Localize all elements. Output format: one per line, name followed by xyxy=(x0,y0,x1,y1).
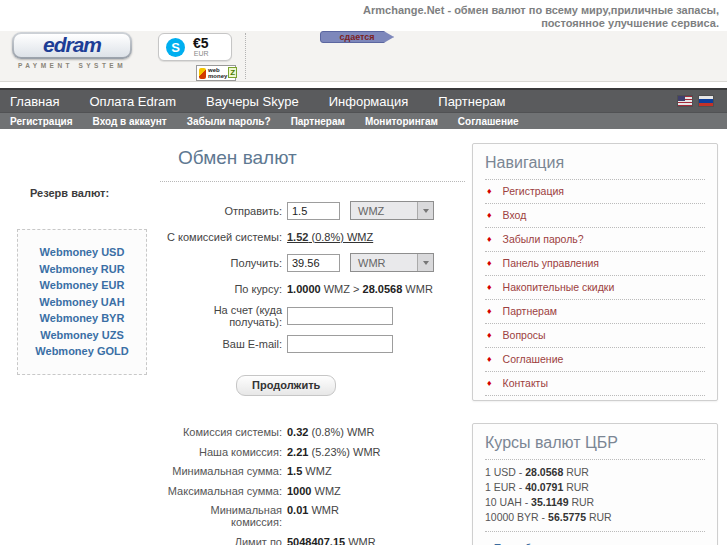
email-input[interactable] xyxy=(287,335,393,353)
skype-voucher-badge[interactable]: S €5 EUR xyxy=(158,33,232,61)
webmoney-badge[interactable]: web money Z xyxy=(196,65,236,81)
tagline-line1: Armchange.Net - обмен валют по всему мир… xyxy=(0,4,719,17)
reserve-link-eur[interactable]: Webmoney EUR xyxy=(20,277,144,294)
header-band: edram PAYMENT SYSTEM S €5 EUR web money … xyxy=(0,31,727,82)
rate-uah: 10 UAH - 35.1149 RUR xyxy=(485,495,705,510)
reserve-link-rur[interactable]: Webmoney RUR xyxy=(20,261,144,278)
sidebar-item-questions[interactable]: ♦Вопросы xyxy=(485,324,705,348)
reserves-sidebar: Резерв валют: Webmoney USD Webmoney RUR … xyxy=(0,129,160,545)
page-title: Обмен валют xyxy=(160,143,465,182)
ru-flag-icon[interactable] xyxy=(699,96,713,106)
page: Armchange.Net - обмен валют по всему мир… xyxy=(0,0,727,545)
reserve-link-gold[interactable]: Webmoney GOLD xyxy=(20,343,144,360)
rent-badge[interactable]: сдается xyxy=(320,31,394,43)
webmoney-ant-icon xyxy=(199,68,206,79)
rate-eur: 1 EUR - 40.0791 RUR xyxy=(485,480,705,495)
reserve-link-uah[interactable]: Webmoney UAH xyxy=(20,294,144,311)
subnav-item-registration[interactable]: Регистрация xyxy=(10,116,73,127)
navigation-box: Навигация ♦Регистрация ♦Вход ♦Забыли пар… xyxy=(472,143,718,401)
edram-logo-text: edram xyxy=(43,33,101,56)
sidebar-item-agreement[interactable]: ♦Соглашение xyxy=(485,348,705,372)
detail-row-system-commission: Комиссия системы: 0.32 (0.8%) WMR xyxy=(160,426,465,438)
receive-label: Получить: xyxy=(160,257,282,269)
tagline-line2: постоянное улучшение сервиса. xyxy=(0,17,719,30)
rate-byr: 10000 BYR - 56.5775 RUR xyxy=(485,510,705,525)
reserve-link-byr[interactable]: Webmoney BYR xyxy=(20,310,144,327)
subnav-item-forgot-password[interactable]: Забыли пароль? xyxy=(187,116,271,127)
edram-logo[interactable]: edram PAYMENT SYSTEM xyxy=(12,32,132,69)
subnav-item-login[interactable]: Вход в аккаунт xyxy=(93,116,167,127)
sidebar-item-registration[interactable]: ♦Регистрация xyxy=(485,180,705,204)
detail-row-direction-limit: Лимит по направлению: 5048407.15 WMR xyxy=(160,536,465,545)
account-label: На счет (куда получать): xyxy=(160,304,282,328)
chevron-down-icon xyxy=(417,254,433,271)
cbr-rates-list: 1 USD - 28.0568 RUR 1 EUR - 40.0791 RUR … xyxy=(485,460,705,532)
skype-currency: EUR xyxy=(193,50,209,57)
receive-currency-select[interactable]: WMR xyxy=(350,253,434,272)
detail-row-min-commission: Минимальная комиссия: 0.01 WMR xyxy=(160,504,465,528)
detail-row-our-commission: Наша комиссия: 2.21 (5.23%) WMR xyxy=(160,446,465,458)
diamond-bullet-icon: ♦ xyxy=(487,379,492,388)
exchange-rate-text: 1.0000 WMZ > 28.0568 WMR xyxy=(287,283,433,295)
nav-item-information[interactable]: Информация xyxy=(329,94,409,109)
email-label: Ваш E-mail: xyxy=(160,338,282,350)
nav-item-home[interactable]: Главная xyxy=(10,94,59,109)
exchange-details: Комиссия системы: 0.32 (0.8%) WMR Наша к… xyxy=(160,426,465,545)
sidebar-item-login[interactable]: ♦Вход xyxy=(485,204,705,228)
sidebar-item-forgot-password[interactable]: ♦Забыли пароль? xyxy=(485,228,705,252)
send-currency-value: WMZ xyxy=(351,205,417,217)
diamond-bullet-icon: ♦ xyxy=(487,283,492,292)
sub-navigation: Регистрация Вход в аккаунт Забыли пароль… xyxy=(0,112,727,129)
subnav-item-agreement[interactable]: Соглашение xyxy=(458,116,519,127)
diamond-bullet-icon: ♦ xyxy=(487,235,492,244)
diamond-bullet-icon: ♦ xyxy=(487,355,492,364)
cbr-rates-title: Курсы валют ЦБР xyxy=(485,430,705,460)
edram-logo-box: edram xyxy=(12,32,132,59)
main-navigation: Главная Оплата Edram Ваучеры Skype Инфор… xyxy=(0,88,727,112)
navigation-box-title: Навигация xyxy=(485,150,705,180)
detail-row-min-amount: Минимальная сумма: 1.5 WMZ xyxy=(160,465,465,477)
receive-currency-value: WMR xyxy=(351,257,417,269)
send-label: Отправить: xyxy=(160,205,282,217)
sidebar-item-contacts[interactable]: ♦Контакты xyxy=(485,372,705,396)
header-dotted-separator xyxy=(245,33,246,79)
reserves-title: Резерв валют: xyxy=(0,187,160,199)
webmoney-text-money: money xyxy=(208,73,227,79)
cbr-rates-box: Курсы валют ЦБР 1 USD - 28.0568 RUR 1 EU… xyxy=(472,423,718,545)
reserve-link-uzs[interactable]: Webmoney UZS xyxy=(20,327,144,344)
skype-amount: €5 xyxy=(193,37,209,50)
nav-item-edram-payment[interactable]: Оплата Edram xyxy=(89,94,176,109)
right-sidebar: Навигация ♦Регистрация ♦Вход ♦Забыли пар… xyxy=(465,129,727,545)
diamond-bullet-icon: ♦ xyxy=(487,307,492,316)
send-amount-input[interactable] xyxy=(287,202,340,220)
webmoney-z-mark: Z xyxy=(228,67,237,78)
receive-amount-input[interactable] xyxy=(287,254,340,272)
send-currency-select[interactable]: WMZ xyxy=(350,201,434,220)
diamond-bullet-icon: ♦ xyxy=(487,187,492,196)
sidebar-item-partners[interactable]: ♦Партнерам xyxy=(485,300,705,324)
nav-item-partners[interactable]: Партнерам xyxy=(438,94,505,109)
edram-logo-subtitle: PAYMENT SYSTEM xyxy=(12,62,132,69)
exchange-form: Отправить: WMZ С комиссией системы: 1.52… xyxy=(160,200,465,545)
commission-label: С комиссией системы: xyxy=(160,231,282,243)
rate-label: По курсу: xyxy=(160,283,282,295)
sidebar-item-control-panel[interactable]: ♦Панель управления xyxy=(485,252,705,276)
commission-link[interactable]: 1.52 (0.8%) WMZ xyxy=(287,231,373,243)
sidebar-item-discounts[interactable]: ♦Накопительные скидки xyxy=(485,276,705,300)
skype-icon: S xyxy=(166,38,185,57)
detail-row-max-amount: Максимальная сумма: 1000 WMZ xyxy=(160,485,465,497)
exchange-form-column: Обмен валют Отправить: WMZ С комиссией с… xyxy=(160,129,465,545)
continue-button[interactable]: Продолжить xyxy=(236,375,336,396)
rate-usd: 1 USD - 28.0568 RUR xyxy=(485,465,705,480)
diamond-bullet-icon: ♦ xyxy=(487,331,492,340)
diamond-bullet-icon: ♦ xyxy=(487,259,492,268)
diamond-bullet-icon: ♦ xyxy=(487,211,492,220)
site-tagline: Armchange.Net - обмен валют по всему мир… xyxy=(0,0,727,31)
reserves-box: Webmoney USD Webmoney RUR Webmoney EUR W… xyxy=(17,229,147,375)
subnav-item-partners[interactable]: Партнерам xyxy=(291,116,345,127)
nav-item-skype-vouchers[interactable]: Ваучеры Skype xyxy=(206,94,299,109)
subnav-item-monitorings[interactable]: Мониторингам xyxy=(365,116,438,127)
reserve-link-usd[interactable]: Webmoney USD xyxy=(20,244,144,261)
us-flag-icon[interactable] xyxy=(678,96,692,106)
account-input[interactable] xyxy=(287,307,393,325)
